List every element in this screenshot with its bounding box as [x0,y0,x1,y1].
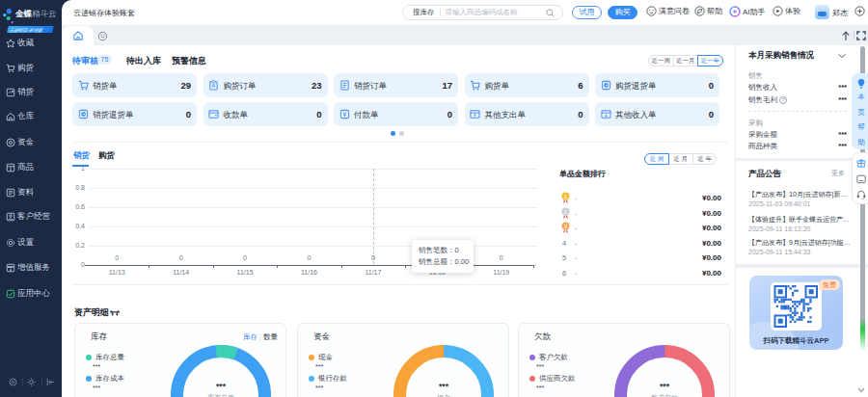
svg-text:***: *** [216,382,227,391]
svg-text:***: *** [439,382,449,391]
svg-text:***: *** [660,382,670,391]
